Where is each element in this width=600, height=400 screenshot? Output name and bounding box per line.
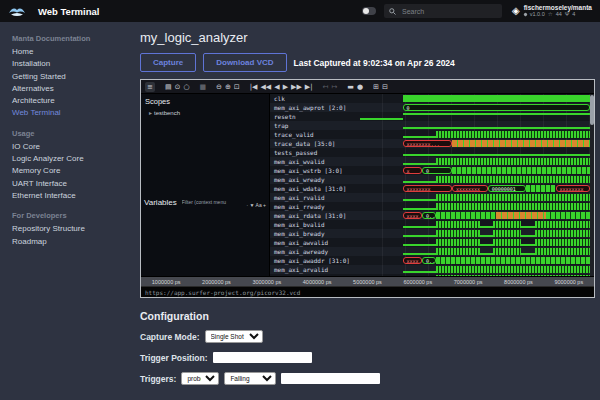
signal-name[interactable]: mem_axi_rdata [31:0] xyxy=(270,211,360,220)
signal-name[interactable]: clk xyxy=(270,94,360,103)
toggle-menu-icon[interactable]: ▬ xyxy=(347,82,354,92)
trigger-value-input[interactable] xyxy=(281,373,380,384)
signal-name[interactable]: mem_axi_rvalid xyxy=(270,193,360,202)
capture-mode-select[interactable]: Single Shot xyxy=(205,330,263,343)
signal-name[interactable]: mem_axi_wdata [31:0] xyxy=(270,184,360,193)
sidebar-item-alternatives[interactable]: Alternatives xyxy=(12,83,130,95)
sidebar-item-home[interactable]: Home xyxy=(12,46,130,58)
signal-wave[interactable] xyxy=(360,130,590,139)
signal-name[interactable]: mem_axi_rready xyxy=(270,202,360,211)
sidebar-item-installation[interactable]: Installation xyxy=(12,58,130,70)
sidebar-item-web-terminal[interactable]: Web Terminal xyxy=(12,107,130,119)
scope-item-testbench[interactable]: ▸testbench xyxy=(141,108,269,117)
signal-name[interactable]: mem_axi_arready xyxy=(270,274,360,276)
fast-backward-icon[interactable]: ◀◀ xyxy=(260,82,271,92)
stop-icon[interactable]: ■ xyxy=(199,82,206,92)
signal-name[interactable]: mem_axi_wvalid xyxy=(270,157,360,166)
signal-name[interactable]: trap xyxy=(270,121,360,130)
zoom-in-icon[interactable]: ⊕ xyxy=(225,82,231,92)
sidebar-item-uart-interface[interactable]: UART Interface xyxy=(12,178,130,190)
fast-forward-icon[interactable]: ▶▶ xyxy=(291,82,302,92)
signal-name[interactable]: resetn xyxy=(270,112,360,121)
signal-wave[interactable]: x0 xyxy=(360,166,590,175)
signal-name[interactable]: mem_axi_awvalid xyxy=(270,238,360,247)
go-to-start-icon[interactable]: |◀ xyxy=(250,82,258,92)
zoom-out-icon[interactable]: ⊖ xyxy=(216,82,222,92)
signal-name[interactable]: tests_passed xyxy=(270,148,360,157)
signal-name[interactable]: mem_axi_bready xyxy=(270,229,360,238)
signal-wave[interactable] xyxy=(360,247,590,256)
reload-icon[interactable]: ○ xyxy=(183,82,189,92)
sidebar-item-logic-analyzer-core[interactable]: Logic Analyzer Core xyxy=(12,153,130,165)
sidebar-item-io-core[interactable]: IO Core xyxy=(12,141,130,153)
search-box[interactable] xyxy=(384,4,502,18)
signal-name[interactable]: mem_axi_bvalid xyxy=(270,220,360,229)
sidebar-item-roadmap[interactable]: Roadmap xyxy=(12,236,130,248)
sidebar-item-repository-structure[interactable]: Repository Structure xyxy=(12,223,130,235)
signal-name[interactable]: mem_axi_awprot [2:0] xyxy=(270,103,360,112)
search-input[interactable] xyxy=(400,7,484,16)
wave-segment-lo xyxy=(521,248,535,255)
signal-name[interactable]: mem_axi_awready xyxy=(270,247,360,256)
signal-wave[interactable] xyxy=(360,157,590,166)
repo-forks: 4 xyxy=(572,11,575,18)
signal-wave[interactable]: xxxx...0... xyxy=(360,211,590,220)
open-file-icon[interactable]: ▤ xyxy=(165,82,172,92)
signal-wave[interactable]: 0 xyxy=(360,103,590,112)
sidebar-item-ethernet-interface[interactable]: Ethernet Interface xyxy=(12,190,130,202)
signal-name[interactable]: trace_data [35:0] xyxy=(270,139,360,148)
go-to-end-icon[interactable]: ▶| xyxy=(305,82,313,92)
step-back-icon[interactable]: ◀ xyxy=(274,82,279,92)
add-variable-icon[interactable]: + xyxy=(263,202,266,208)
signal-wave[interactable] xyxy=(360,175,590,184)
repo-link[interactable]: ◈ fischermoseley/manta v1.0.0 ☆44 Ψ4 xyxy=(512,4,592,18)
signal-name[interactable]: mem_axi_wstrb [3:0] xyxy=(270,166,360,175)
add-viewport-icon[interactable]: ⊞ xyxy=(373,82,379,92)
signal-name[interactable]: mem_axi_arvalid xyxy=(270,265,360,274)
download-vcd-button[interactable]: Download VCD xyxy=(203,53,286,72)
signal-wave[interactable]: xxxx...0... xyxy=(360,256,590,265)
trigger-probe-select[interactable]: probe0 xyxy=(181,372,219,385)
upload-icon[interactable]: ⊙ xyxy=(175,82,181,92)
wave-segment-busr: xxxxxxxx... xyxy=(403,140,452,147)
signal-name[interactable]: trace_valid xyxy=(270,130,360,139)
wave-segment-lo xyxy=(403,266,436,273)
signal-wave[interactable] xyxy=(360,121,590,130)
match-case-icon[interactable]: Aa xyxy=(256,202,264,208)
signal-wave[interactable] xyxy=(360,220,590,229)
step-forward-icon[interactable]: ▶ xyxy=(283,82,288,92)
next-transition-icon[interactable]: ↦ xyxy=(331,82,337,92)
signal-wave[interactable]: xxxxxxxxxxxxxxxx00000001xxxxxxxx xyxy=(360,184,590,193)
signal-wave[interactable] xyxy=(360,112,590,121)
signal-wave[interactable] xyxy=(360,265,590,274)
signal-wave[interactable] xyxy=(360,238,590,247)
signal-wave[interactable] xyxy=(360,148,590,157)
sidebar-item-getting-started[interactable]: Getting Started xyxy=(12,71,130,83)
signal-wave[interactable] xyxy=(360,94,590,103)
remove-viewport-icon[interactable]: ⊟ xyxy=(382,82,388,92)
trigger-position-input[interactable] xyxy=(213,352,312,363)
signal-wave[interactable] xyxy=(360,229,590,238)
capture-button[interactable]: Capture xyxy=(140,53,196,72)
signal-wave[interactable] xyxy=(360,202,590,211)
sidebar-item-memory-core[interactable]: Memory Core xyxy=(12,165,130,177)
signal-wave[interactable] xyxy=(360,274,590,276)
scrollbar-thumb[interactable] xyxy=(590,95,594,125)
zoom-fit-icon[interactable]: ⊡ xyxy=(234,82,240,92)
wave-segment-tg xyxy=(436,266,590,273)
viewer-scrollbar[interactable] xyxy=(590,94,594,276)
signal-row: mem_axi_rdata [31:0]xxxx...0... xyxy=(270,211,590,220)
prev-transition-icon[interactable]: ↤ xyxy=(323,82,329,92)
signal-wave[interactable] xyxy=(360,193,590,202)
signal-name[interactable]: mem_axi_awaddr [31:0] xyxy=(270,256,360,265)
signal-name[interactable]: mem_axi_wready xyxy=(270,175,360,184)
variable-filter-input[interactable] xyxy=(180,198,244,206)
sidebar-item-architecture[interactable]: Architecture xyxy=(12,95,130,107)
menu-icon[interactable]: ≡ xyxy=(145,82,155,92)
signal-wave[interactable]: xxxxxxxx... xyxy=(360,139,590,148)
wave-segment-lo xyxy=(403,221,436,228)
theme-toggle[interactable] xyxy=(362,7,376,15)
wave-segment-tg xyxy=(436,239,480,246)
record-icon[interactable]: ● xyxy=(357,82,363,92)
trigger-edge-select[interactable]: Falling xyxy=(224,372,276,385)
